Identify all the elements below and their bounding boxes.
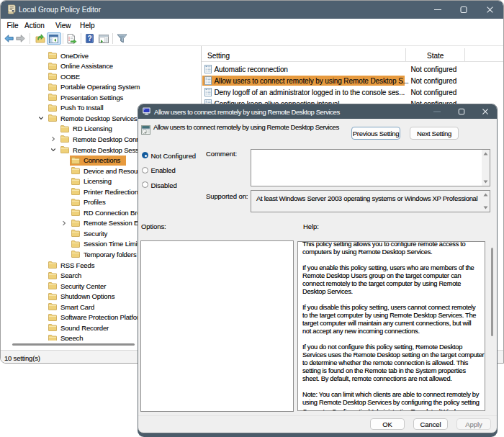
svg-text:?: ?: [87, 35, 91, 42]
